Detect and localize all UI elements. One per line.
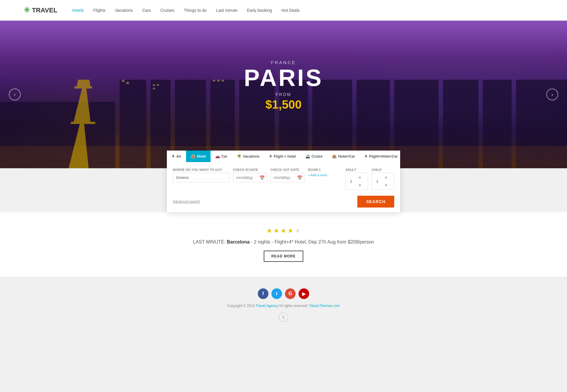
nav-item-cruises[interactable]: Cruises <box>160 8 174 13</box>
site-footer: ftG▶ Copyright © 2013 Travel Agency All … <box>0 277 567 331</box>
adult-increment[interactable]: ▲ <box>356 173 364 181</box>
nav-links: HotelsFlightsVacationsCarsCruisesThings … <box>72 8 299 13</box>
checkout-input-wrap: 📅 <box>271 173 304 182</box>
room-label: ROOM 1 <box>308 168 342 172</box>
search-tab-hotel[interactable]: 🏨 Hotel <box>186 151 211 162</box>
room-field-group: ROOM 1 + Add a room <box>308 168 342 177</box>
nav-item-last-minute[interactable]: Last minute <box>216 8 237 13</box>
adult-input[interactable] <box>346 177 356 186</box>
logo-icon: ✳ <box>24 6 30 15</box>
nav-item-cars[interactable]: Cars <box>142 8 151 13</box>
promo-text: LAST MINUTE: Barcelona - 2 nights - Flig… <box>6 239 561 245</box>
scroll-up-button[interactable]: ⇧ <box>279 313 288 322</box>
promo-prefix: LAST MINUTE: <box>193 239 227 244</box>
social-twitter[interactable]: t <box>271 288 282 299</box>
tab-icon-5: 🚢 <box>305 154 310 159</box>
social-facebook[interactable]: f <box>258 288 268 299</box>
logo-text: TRAVEL <box>32 6 57 14</box>
read-more-button[interactable]: READ MORE <box>264 251 303 262</box>
hero-section: ‹ › FRANCE PARIS FROM $1,500 <box>0 21 567 168</box>
nav-item-early-booking[interactable]: Early booking <box>247 8 272 13</box>
child-stepper: ▲ ▼ <box>372 173 394 190</box>
promo-section: ★★★★★ LAST MINUTE: Barcelona - 2 nights … <box>0 212 567 277</box>
hero-country: FRANCE <box>244 60 323 65</box>
nav-item-flights[interactable]: Flights <box>93 8 105 13</box>
hero-text: FRANCE PARIS FROM $1,500 <box>244 60 323 111</box>
search-button[interactable]: SEARCH <box>357 196 394 208</box>
child-input[interactable] <box>372 177 382 186</box>
svg-rect-27 <box>221 80 224 81</box>
checkout-field-group: Check out date 📅 <box>271 168 304 182</box>
search-tab-cruise[interactable]: 🚢 Cruise <box>301 151 327 162</box>
search-tab-flight-+-hotel[interactable]: ✈ Flight + hotel <box>264 151 301 162</box>
titanic-link[interactable]: TitanicThemes.com <box>309 304 340 308</box>
child-increment[interactable]: ▲ <box>382 173 390 181</box>
tab-icon-4: ✈ <box>269 154 272 159</box>
checkin-calendar-icon: 📅 <box>260 175 265 180</box>
svg-rect-60 <box>71 122 95 124</box>
nav-item-hot-deals[interactable]: Hot Deals <box>281 8 299 13</box>
destination-field-group: Where do you want to go? <box>173 168 229 182</box>
star-4: ★ <box>288 227 294 235</box>
tab-icon-0: ✈ <box>172 154 175 159</box>
search-tabs: ✈ Air🏨 Hotel🚗 Car🌴 Vacations✈ Flight + h… <box>167 151 400 162</box>
svg-rect-17 <box>153 84 155 86</box>
star-rating: ★★★★★ <box>6 227 561 235</box>
svg-rect-16 <box>126 82 129 84</box>
add-room-link[interactable]: + Add a room <box>308 173 342 177</box>
checkin-field-group: Check in date 📅 <box>233 168 267 182</box>
svg-rect-19 <box>153 88 155 89</box>
child-field-group: Child ▲ ▼ <box>372 168 394 190</box>
checkout-label: Check out date <box>271 168 304 172</box>
agency-link[interactable]: Travel Agency <box>256 304 278 308</box>
nav-item-things-to-do[interactable]: Things to do <box>184 8 207 13</box>
navbar: ✳ TRAVEL HotelsFlightsVacationsCarsCruis… <box>0 0 567 21</box>
destination-input[interactable] <box>173 173 229 182</box>
svg-rect-15 <box>122 80 125 82</box>
hero-from-label: FROM <box>244 92 323 97</box>
carousel-next[interactable]: › <box>546 89 558 100</box>
svg-rect-25 <box>213 80 215 81</box>
checkin-label: Check in date <box>233 168 267 172</box>
logo[interactable]: ✳ TRAVEL <box>24 6 57 15</box>
checkin-input-wrap: 📅 <box>233 173 267 182</box>
promo-suffix: - 2 nights - Flight+4* Hotel, Dep 27h Au… <box>251 239 374 244</box>
tab-icon-1: 🏨 <box>191 154 195 159</box>
tab-icon-7: ✈ <box>364 154 368 159</box>
search-footer: Advanced search SEARCH <box>167 196 400 212</box>
search-tab-vacations[interactable]: 🌴 Vacations <box>232 151 264 162</box>
child-decrement[interactable]: ▼ <box>382 181 390 190</box>
svg-rect-61 <box>74 86 92 89</box>
hero-price: $1,500 <box>244 98 323 111</box>
nav-item-hotels[interactable]: Hotels <box>72 8 84 13</box>
search-tab-flight+hotel+car[interactable]: ✈ Flight+Hotel+Car <box>360 151 403 162</box>
star-5: ★ <box>295 227 301 235</box>
search-tab-hotel+car[interactable]: 🏨 Hotel+Car <box>327 151 360 162</box>
search-tab-car[interactable]: 🚗 Car <box>211 151 232 162</box>
adult-field-group: Adult ▲ ▼ <box>346 168 368 190</box>
social-icons: ftG▶ <box>6 288 561 299</box>
social-youtube[interactable]: ▶ <box>299 288 309 299</box>
svg-rect-18 <box>157 84 159 86</box>
carousel-prev[interactable]: ‹ <box>9 89 21 100</box>
copyright-text: Copyright © 2013 <box>227 304 255 308</box>
tab-icon-2: 🚗 <box>215 154 220 159</box>
adult-decrement[interactable]: ▼ <box>356 181 364 190</box>
star-2: ★ <box>273 227 279 235</box>
destination-label: Where do you want to go? <box>173 168 229 172</box>
tab-icon-6: 🏨 <box>332 154 337 159</box>
search-box: ✈ Air🏨 Hotel🚗 Car🌴 Vacations✈ Flight + h… <box>167 151 400 212</box>
child-label: Child <box>372 168 394 172</box>
adult-stepper: ▲ ▼ <box>346 173 368 190</box>
search-tab-air[interactable]: ✈ Air <box>167 151 186 162</box>
svg-rect-26 <box>217 80 220 81</box>
checkout-calendar-icon: 📅 <box>297 175 302 180</box>
hero-city-name: PARIS <box>244 66 323 90</box>
search-fields: Where do you want to go? Check in date 📅… <box>167 162 400 196</box>
nav-item-vacations[interactable]: Vacations <box>115 8 133 13</box>
search-fields-row: Where do you want to go? Check in date 📅… <box>173 168 394 190</box>
rights-text: All rights reserved. <box>279 304 308 308</box>
social-googleplus[interactable]: G <box>285 288 296 299</box>
advanced-search-link[interactable]: Advanced search <box>173 200 200 204</box>
tab-icon-3: 🌴 <box>237 154 242 159</box>
